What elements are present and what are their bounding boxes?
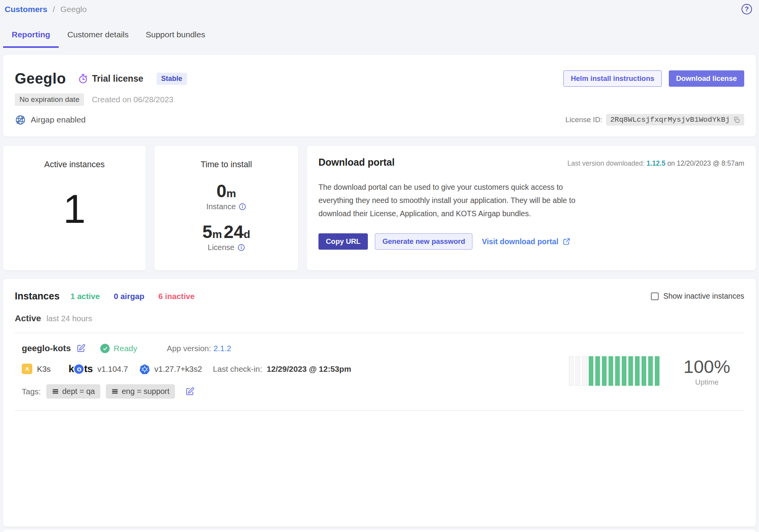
visit-download-portal-label: Visit download portal bbox=[482, 237, 558, 246]
airgap-count: 0 airgap bbox=[114, 292, 145, 301]
tag-label: eng = support bbox=[122, 387, 170, 396]
license-id-label: License ID: bbox=[565, 116, 602, 124]
instance-time-label: Instance bbox=[206, 202, 236, 211]
uptime-label: Uptime bbox=[684, 378, 730, 387]
generate-new-password-button[interactable]: Generate new password bbox=[375, 233, 472, 250]
tab-customer-details[interactable]: Customer details bbox=[59, 26, 137, 48]
license-time-value1: 5 bbox=[202, 222, 212, 242]
license-time-value2: 24 bbox=[224, 222, 243, 242]
divider bbox=[15, 410, 744, 411]
kubernetes-icon bbox=[140, 364, 150, 374]
expiration-badge: No expiration date bbox=[15, 93, 84, 106]
download-portal-title: Download portal bbox=[318, 157, 395, 168]
tag-rows-icon bbox=[111, 388, 119, 395]
last-checkin-label: Last check-in: bbox=[213, 364, 262, 374]
app-version-link[interactable]: 2.1.2 bbox=[213, 344, 231, 353]
last-version-link[interactable]: 1.12.5 bbox=[647, 159, 666, 167]
airgap-globe-icon bbox=[15, 114, 26, 126]
uptime-bar bbox=[615, 356, 620, 386]
instance-row: geeglo-kots Ready App ve bbox=[15, 343, 744, 399]
license-id-text: 2Rq8WLcsjfxqrMysjvB1WodYkBj bbox=[610, 116, 730, 124]
stopwatch-icon bbox=[78, 74, 88, 84]
external-link-icon bbox=[562, 237, 571, 246]
uptime-bar bbox=[575, 356, 580, 386]
customer-name: Geeglo bbox=[15, 70, 66, 87]
instances-card: Instances 1 active 0 airgap 6 inactive S… bbox=[3, 279, 756, 527]
uptime-bar bbox=[635, 356, 640, 386]
uptime-bars bbox=[569, 356, 659, 386]
download-portal-card: Download portal Last version downloaded:… bbox=[307, 146, 756, 270]
uptime-bar bbox=[622, 356, 626, 386]
uptime-value: 100% bbox=[684, 356, 730, 377]
edit-icon[interactable] bbox=[76, 344, 86, 353]
last-version-label: Last version downloaded: bbox=[567, 159, 644, 167]
uptime-bar bbox=[595, 356, 600, 386]
license-install-time: 5m 24d bbox=[154, 221, 298, 242]
instance-install-time: 0m bbox=[154, 180, 298, 201]
tag-label: dept = qa bbox=[62, 387, 95, 396]
license-time-unit1: m bbox=[212, 228, 222, 240]
instances-title: Instances bbox=[15, 290, 59, 302]
tag-rows-icon bbox=[52, 388, 59, 395]
customer-reporting-page: Customers / Geeglo ? Reporting Customer … bbox=[0, 0, 759, 532]
download-portal-description: The download portal can be used to give … bbox=[318, 180, 595, 220]
channel-badge: Stable bbox=[157, 73, 187, 85]
kots-logo-o: o bbox=[74, 364, 84, 374]
active-instances-card: Active instances 1 bbox=[3, 146, 146, 270]
info-icon[interactable] bbox=[238, 244, 245, 251]
uptime-bar bbox=[628, 356, 633, 386]
help-icon[interactable]: ? bbox=[742, 4, 752, 14]
license-type-label: Trial license bbox=[92, 74, 143, 84]
active-instances-title: Active instances bbox=[3, 160, 146, 170]
created-date-text: Created on 06/28/2023 bbox=[92, 95, 173, 104]
k8s-version: v1.27.7+k3s2 bbox=[154, 364, 202, 374]
kots-version: v1.104.7 bbox=[97, 364, 128, 374]
copy-icon[interactable] bbox=[733, 116, 740, 124]
edit-tags-icon[interactable] bbox=[185, 387, 194, 396]
active-count: 1 active bbox=[70, 292, 100, 301]
check-icon bbox=[100, 344, 110, 353]
show-inactive-checkbox[interactable] bbox=[651, 292, 659, 300]
download-license-button[interactable]: Download license bbox=[669, 70, 744, 87]
metrics-row: Active instances 1 Time to install 0m In… bbox=[3, 146, 756, 270]
instance-status: Ready bbox=[114, 344, 137, 353]
active-instances-value: 1 bbox=[3, 186, 146, 232]
app-version-label: App version: bbox=[167, 344, 211, 353]
copy-url-button[interactable]: Copy URL bbox=[318, 233, 368, 250]
uptime-bar bbox=[609, 356, 613, 386]
tag-pill[interactable]: eng = support bbox=[106, 384, 175, 399]
last-version-suffix: on 12/20/2023 @ 8:57am bbox=[667, 159, 744, 167]
inactive-count: 6 inactive bbox=[158, 292, 194, 301]
kots-logo-k: k bbox=[68, 363, 74, 375]
uptime-bar bbox=[589, 356, 593, 386]
tab-support-bundles[interactable]: Support bundles bbox=[137, 26, 214, 48]
active-section-label: Active bbox=[15, 313, 41, 324]
uptime-bar bbox=[569, 356, 574, 386]
instance-time-value: 0 bbox=[217, 181, 227, 201]
info-icon[interactable] bbox=[239, 203, 246, 210]
time-to-install-card: Time to install 0m Instance 5m 24d Licen… bbox=[154, 146, 298, 270]
breadcrumb: Customers / Geeglo bbox=[5, 4, 87, 14]
uptime-bar bbox=[648, 356, 653, 386]
tab-reporting[interactable]: Reporting bbox=[3, 26, 59, 48]
tag-pill[interactable]: dept = qa bbox=[46, 384, 100, 399]
tags-label: Tags: bbox=[22, 387, 41, 396]
next-card-sliver bbox=[3, 530, 756, 532]
last-checkin-value: 12/29/2023 @ 12:53pm bbox=[267, 364, 351, 374]
time-to-install-title: Time to install bbox=[154, 160, 298, 170]
uptime-bar bbox=[655, 356, 659, 386]
helm-install-instructions-button[interactable]: Helm install instructions bbox=[563, 70, 662, 87]
license-time-label: License bbox=[208, 243, 234, 252]
uptime-bar bbox=[602, 356, 607, 386]
show-inactive-label: Show inactive instances bbox=[663, 292, 744, 301]
kots-logo: kots bbox=[68, 363, 93, 375]
airgap-enabled-label: Airgap enabled bbox=[31, 115, 86, 124]
breadcrumb-customers-link[interactable]: Customers bbox=[5, 5, 47, 14]
kots-logo-ts: ts bbox=[84, 363, 93, 375]
tab-bar: Reporting Customer details Support bundl… bbox=[3, 26, 756, 48]
k3s-icon bbox=[22, 364, 32, 374]
divider bbox=[15, 333, 744, 333]
visit-download-portal-link[interactable]: Visit download portal bbox=[482, 237, 571, 246]
license-time-unit2: d bbox=[244, 228, 250, 240]
breadcrumb-separator: / bbox=[53, 5, 55, 14]
